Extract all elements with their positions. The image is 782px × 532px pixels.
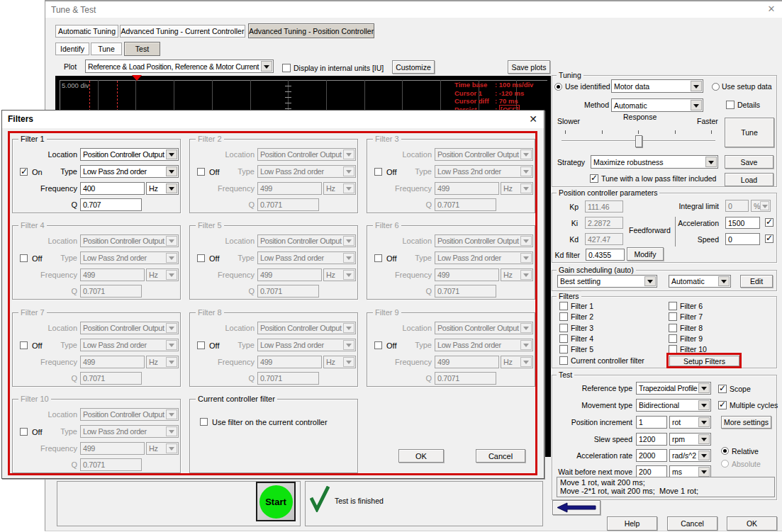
details-checkbox[interactable] [726,101,734,109]
filter-q-field[interactable]: 0.7071 [257,285,319,298]
tab-test[interactable]: Test [124,42,160,56]
filter-frequency-field[interactable]: 499 [80,268,145,281]
filter-location-select[interactable]: Position Controller Output [80,148,179,161]
type-arrow-icon[interactable] [343,166,354,176]
type-arrow-icon[interactable] [520,166,532,176]
filter-type-select[interactable]: Low Pass 2nd order [435,251,533,264]
filter-frequency-field[interactable]: 499 [80,442,145,455]
filter-panel-checkbox-10[interactable] [669,345,677,353]
acceleration-checkbox[interactable] [765,218,773,227]
filter-type-select[interactable]: Low Pass 2nd order [257,339,356,351]
filter-frequency-field[interactable]: 499 [257,268,322,281]
filter-type-select[interactable]: Low Pass 2nd order [435,165,533,178]
filter-q-field[interactable]: 0.7071 [80,372,142,385]
filter-unit-select[interactable]: Hz [323,268,356,281]
filter-q-field[interactable]: 0.7071 [257,198,319,211]
filter-unit-select[interactable]: Hz [146,182,179,195]
ki-field[interactable]: 2.2872 [585,217,623,229]
integral-unit-select[interactable]: % [751,200,771,212]
type-arrow-icon[interactable] [166,426,177,436]
filter-type-select[interactable]: Low Pass 2nd order [257,251,356,264]
response-slider-thumb[interactable] [635,135,642,147]
movement-type-arrow-icon[interactable] [698,400,710,410]
save-button[interactable]: Save [725,155,773,169]
filter-type-select[interactable]: Low Pass 2nd order [435,339,533,351]
filter-type-select[interactable]: Low Pass 2nd order [80,165,179,178]
customize-button[interactable]: Customize [392,60,435,74]
multiple-cycles-checkbox[interactable] [718,401,727,409]
location-arrow-icon[interactable] [166,409,177,419]
type-arrow-icon[interactable] [520,253,532,263]
window-close-icon[interactable]: ✕ [766,4,777,15]
back-arrow-button[interactable] [552,500,601,515]
display-iu-checkbox[interactable] [282,64,291,72]
type-arrow-icon[interactable] [343,340,354,350]
position-increment-field[interactable]: 1 [636,416,667,429]
identified-select[interactable]: Motor data [611,79,703,93]
use-setup-data-radio[interactable] [712,83,720,91]
filter-location-select[interactable]: Position Controller Output [80,408,179,421]
save-plots-button[interactable]: Save plots [508,60,550,74]
filter-panel-checkbox-4[interactable] [559,334,568,343]
setup-filters-button[interactable]: Setup Filters [669,356,739,366]
filter-type-select[interactable]: Low Pass 2nd order [80,339,179,351]
filter-panel-checkbox-5[interactable] [559,345,568,353]
slew-unit-select[interactable]: rpm [669,433,711,446]
more-settings-button[interactable]: More settings [721,416,771,429]
filter-frequency-field[interactable]: 499 [435,268,499,281]
filter-unit-select[interactable]: Hz [501,182,533,195]
filter-location-select[interactable]: Position Controller Output [435,234,533,247]
integral-unit-arrow-icon[interactable] [760,201,769,210]
type-arrow-icon[interactable] [166,340,177,350]
filter-q-field[interactable]: 0.7071 [80,285,142,298]
filter-unit-select[interactable]: Hz [323,356,356,368]
tab-identify[interactable]: Identify [55,43,89,55]
filter-unit-select[interactable]: Hz [323,182,356,195]
location-arrow-icon[interactable] [343,236,354,246]
identified-select-arrow-icon[interactable] [691,81,702,91]
unit-arrow-icon[interactable] [166,270,177,280]
ccf-checkbox[interactable] [200,418,208,426]
tab-advanced-current[interactable]: Advanced Tuning - Current Controller [120,25,245,38]
filter-panel-checkbox-1[interactable] [559,302,568,310]
kd-field[interactable]: 427.47 [585,233,623,245]
filter-type-select[interactable]: Low Pass 2nd order [80,251,179,264]
filter-q-field[interactable]: 0.7071 [435,285,496,298]
method-select[interactable]: Automatic [611,98,703,112]
filter-frequency-field[interactable]: 400 [80,182,145,195]
strategy-select[interactable]: Maximize robustness [591,155,718,169]
filter-q-field[interactable]: 0.7071 [435,198,496,211]
filter-location-select[interactable]: Position Controller Output [80,234,179,247]
filter-type-select[interactable]: Low Pass 2nd order [257,165,356,178]
filter-panel-checkbox-7[interactable] [669,312,677,321]
unit-arrow-icon[interactable] [166,443,177,453]
reference-type-select[interactable]: Trapezoidal Profile [636,382,711,395]
filter-q-field[interactable]: 0.7071 [257,372,319,385]
filter-frequency-field[interactable]: 499 [435,182,499,195]
gain-mode-arrow-icon[interactable] [644,276,656,286]
start-button[interactable]: Start [256,482,296,521]
location-arrow-icon[interactable] [343,149,354,159]
speed-checkbox[interactable] [765,234,773,243]
filter-frequency-field[interactable]: 499 [257,356,322,368]
unit-arrow-icon[interactable] [520,357,532,367]
acceleration-unit-arrow-icon[interactable] [698,451,710,460]
filter-frequency-field[interactable]: 499 [435,356,499,368]
unit-arrow-icon[interactable] [166,183,177,193]
absolute-radio[interactable] [721,460,729,468]
filter-frequency-field[interactable]: 499 [80,356,145,368]
kp-field[interactable]: 111.46 [585,200,623,213]
filter-q-field[interactable]: 0.7071 [435,372,496,385]
dialog-close-icon[interactable]: ✕ [527,113,539,125]
relative-radio[interactable] [721,447,729,455]
movement-type-select[interactable]: Bidirectional [636,399,711,412]
filter-location-select[interactable]: Position Controller Output [80,322,179,334]
position-unit-select[interactable]: rot [669,416,711,429]
dialog-cancel-button[interactable]: Cancel [476,449,525,463]
plot-select[interactable]: Reference & Load Position, Reference & M… [85,60,274,73]
gain-edit-button[interactable]: Edit [740,275,773,288]
kd-filter-field[interactable]: 0.4355 [586,249,625,261]
slew-unit-arrow-icon[interactable] [698,434,710,444]
gain-mode-select[interactable]: Best settling [557,275,657,288]
filter-location-select[interactable]: Position Controller Output [257,234,356,247]
